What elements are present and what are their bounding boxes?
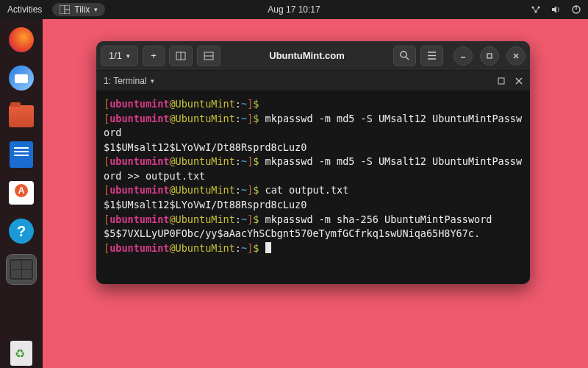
- tilix-window: 1/1 ▾ + UbuntuMint.com: [96, 41, 530, 284]
- files-icon: [9, 105, 34, 127]
- terminal-icon: [9, 258, 34, 280]
- chevron-down-icon: ▾: [94, 6, 98, 13]
- dock-software[interactable]: [7, 178, 36, 208]
- search-button[interactable]: [393, 46, 416, 66]
- dock-writer[interactable]: [7, 140, 36, 169]
- add-terminal-button[interactable]: +: [143, 46, 165, 66]
- dock-firefox[interactable]: [7, 25, 36, 54]
- dock-trash[interactable]: [7, 339, 36, 368]
- window-title: UbuntuMint.com: [225, 50, 389, 61]
- minimize-button[interactable]: [453, 46, 473, 66]
- split-down-button[interactable]: [197, 46, 220, 66]
- network-icon[interactable]: [531, 5, 541, 14]
- hamburger-menu-button[interactable]: [420, 46, 443, 66]
- trash-icon: [10, 341, 32, 366]
- tilix-menu-icon: [60, 5, 70, 14]
- dock-thunderbird[interactable]: [7, 63, 36, 93]
- pane-maximize-button[interactable]: [498, 77, 505, 85]
- writer-icon: [10, 141, 33, 168]
- terminal-tab-label: 1: Terminal: [104, 76, 146, 86]
- dock: ?: [0, 19, 43, 368]
- active-app-indicator[interactable]: Tilix ▾: [52, 3, 105, 16]
- split-right-button[interactable]: [169, 46, 193, 66]
- session-label: 1/1: [109, 50, 122, 61]
- firefox-icon: [9, 27, 34, 52]
- svg-line-13: [406, 57, 409, 60]
- dock-files[interactable]: [7, 102, 36, 131]
- gnome-topbar: Activities Tilix ▾ Aug 17 10:17: [0, 0, 588, 19]
- maximize-button[interactable]: [480, 46, 499, 66]
- svg-rect-18: [487, 54, 492, 58]
- volume-icon[interactable]: [551, 5, 562, 14]
- activities-button[interactable]: Activities: [7, 4, 42, 15]
- clock[interactable]: Aug 17 10:17: [268, 4, 320, 15]
- pane-close-button[interactable]: [515, 77, 523, 85]
- svg-rect-21: [498, 78, 504, 84]
- thunderbird-icon: [9, 66, 34, 91]
- session-switcher[interactable]: 1/1 ▾: [101, 46, 138, 66]
- chevron-down-icon: ▾: [151, 77, 154, 85]
- chevron-down-icon: ▾: [126, 52, 130, 60]
- svg-point-12: [401, 52, 406, 57]
- terminal-tab[interactable]: 1: Terminal ▾: [104, 76, 154, 86]
- power-icon[interactable]: [572, 5, 581, 14]
- help-icon: ?: [9, 219, 34, 244]
- tilix-headerbar: 1/1 ▾ + UbuntuMint.com: [96, 41, 530, 71]
- close-button[interactable]: [506, 46, 526, 66]
- terminal-tab-bar: 1: Terminal ▾: [96, 71, 530, 91]
- software-icon: [9, 181, 34, 205]
- dock-tilix[interactable]: [7, 255, 36, 284]
- terminal-output[interactable]: [ubuntumint@UbuntuMint:~]$ [ubuntumint@U…: [96, 91, 530, 284]
- active-app-name: Tilix: [74, 4, 90, 15]
- dock-help[interactable]: ?: [7, 216, 36, 246]
